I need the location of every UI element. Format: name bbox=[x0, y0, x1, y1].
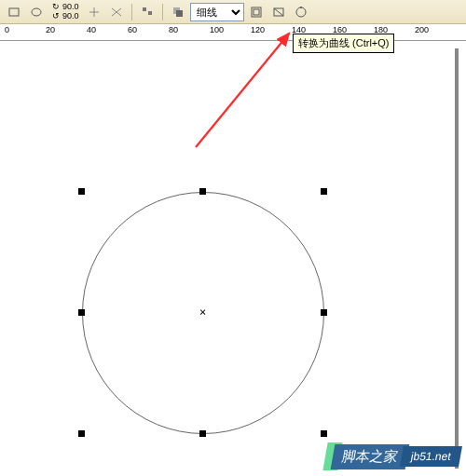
rect-tool-button[interactable] bbox=[4, 3, 24, 21]
svg-line-9 bbox=[274, 8, 283, 16]
toolbar: ↻90.0 ↺90.0 细线 bbox=[0, 0, 466, 24]
horizontal-ruler: 0 20 40 60 80 100 120 140 160 180 200 bbox=[0, 24, 466, 41]
svg-rect-3 bbox=[148, 11, 152, 15]
svg-rect-5 bbox=[176, 10, 183, 17]
rotate-cw-icon: ↻ bbox=[51, 3, 61, 12]
svg-rect-7 bbox=[254, 9, 259, 15]
page-shadow bbox=[455, 48, 459, 469]
svg-point-1 bbox=[32, 8, 41, 16]
svg-rect-2 bbox=[143, 7, 146, 11]
watermark-url: jb51.net bbox=[400, 446, 462, 467]
handle-e[interactable] bbox=[321, 309, 327, 316]
watermark-brand: 脚本之家 bbox=[331, 444, 410, 469]
canvas[interactable]: × bbox=[0, 41, 466, 476]
svg-point-11 bbox=[300, 7, 302, 8]
handle-sw[interactable] bbox=[78, 430, 85, 437]
tooltip: 转换为曲线 (Ctrl+Q) bbox=[293, 34, 394, 53]
tooltip-text: 转换为曲线 (Ctrl+Q) bbox=[298, 37, 389, 48]
flip-v-button[interactable] bbox=[106, 3, 127, 21]
rotate-cw-value[interactable]: 90.0 bbox=[62, 3, 79, 11]
order-button[interactable] bbox=[168, 3, 188, 21]
separator bbox=[162, 4, 163, 20]
align-button[interactable] bbox=[137, 3, 158, 21]
handle-n[interactable] bbox=[199, 188, 206, 195]
separator bbox=[131, 4, 132, 20]
outline-button[interactable] bbox=[246, 3, 267, 21]
rotate-ccw-value[interactable]: 90.0 bbox=[62, 12, 79, 20]
ellipse-tool-button[interactable] bbox=[26, 3, 47, 21]
line-style-dropdown[interactable]: 细线 bbox=[190, 3, 244, 21]
svg-rect-0 bbox=[9, 8, 19, 16]
handle-ne[interactable] bbox=[321, 188, 327, 195]
rotation-inputs: ↻90.0 ↺90.0 bbox=[48, 3, 82, 21]
handle-w[interactable] bbox=[78, 309, 85, 316]
svg-point-10 bbox=[296, 7, 306, 17]
handle-nw[interactable] bbox=[78, 188, 85, 195]
watermark: 脚本之家 jb51.net bbox=[325, 442, 460, 470]
center-marker: × bbox=[199, 306, 206, 319]
rotate-ccw-icon: ↺ bbox=[51, 12, 61, 21]
flip-h-button[interactable] bbox=[84, 3, 104, 21]
handle-se[interactable] bbox=[321, 430, 327, 437]
wireframe-button[interactable] bbox=[268, 3, 289, 21]
convert-to-curves-button[interactable] bbox=[291, 3, 311, 21]
handle-s[interactable] bbox=[199, 430, 206, 437]
